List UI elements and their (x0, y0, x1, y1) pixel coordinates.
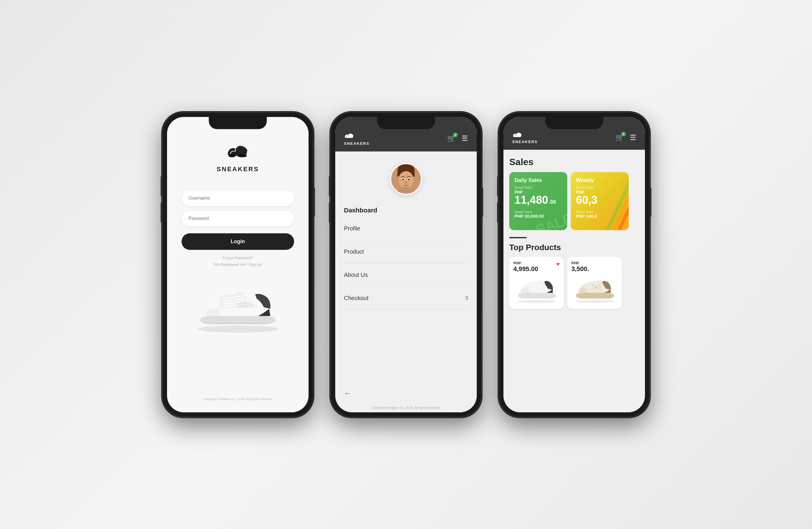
product1-heart-icon[interactable]: ♥ (556, 261, 560, 268)
daily-cents: .00 (549, 199, 556, 205)
cart-icon-wrapper[interactable]: 🛒 0 (447, 134, 456, 142)
sales-title: Sales (509, 157, 639, 168)
user-avatar (390, 163, 422, 195)
login-brand-name: SNEAKERS (217, 166, 259, 173)
drawer-copyright: Copyright Sneakers Inc. 2020. All rights… (335, 403, 477, 412)
top-products-title: Top Products (509, 243, 639, 252)
drawer-back-button[interactable]: ← (335, 383, 477, 403)
register-link[interactable]: Not Registered Yet? Sign Up (214, 262, 262, 267)
dash-menu-icon[interactable]: ☰ (630, 133, 636, 142)
svg-point-16 (517, 300, 556, 303)
product-cards-list: PHP 4,995.00 ♥ (509, 257, 639, 309)
phone-dashboard: SNEAKERS 🛒 0 ☰ Sales (499, 112, 650, 417)
svg-point-13 (402, 178, 404, 180)
login-shoe-image (182, 275, 294, 333)
menu-icon[interactable]: ☰ (462, 134, 468, 142)
svg-rect-15 (403, 187, 409, 193)
sales-divider (509, 237, 527, 238)
login-links: Forgot Password? Not Registered Yet? Sig… (214, 256, 262, 267)
phone-login: SNEAKERS Login Forgot Password? Not Regi… (162, 112, 313, 417)
menu-label-profile: Profile (344, 225, 361, 232)
cart-badge: 0 (453, 133, 458, 137)
daily-sales-title: Daily Sales (514, 177, 562, 183)
login-screen: SNEAKERS Login Forgot Password? Not Regi… (167, 117, 308, 412)
drawer-header-icons: 🛒 0 ☰ (447, 134, 468, 142)
dash-cart-wrapper[interactable]: 🛒 0 (615, 133, 624, 142)
dash-cart-badge: 0 (621, 132, 626, 137)
weekly-sales-card: Weekly Actual Sales PHP 60,3 Target Sale… (571, 172, 629, 230)
menu-item-profile[interactable]: Profile (344, 217, 468, 240)
drawer-sneaker-icon (344, 131, 354, 141)
login-button[interactable]: Login (182, 233, 294, 250)
svg-point-27 (592, 285, 594, 287)
phone-drawer: SNEAKERS 🛒 0 ☰ (331, 112, 481, 417)
menu-item-product[interactable]: Product (344, 240, 468, 263)
card-decoration (600, 178, 629, 230)
forgot-password-link[interactable]: Forgot Password? (222, 256, 253, 260)
login-logo-area: SNEAKERS (217, 143, 259, 173)
daily-amount: 11,480 (514, 195, 548, 205)
back-arrow-icon[interactable]: ← (344, 389, 351, 397)
product-card-2[interactable]: PHP 3,500. (567, 257, 622, 309)
svg-point-21 (575, 300, 614, 303)
svg-point-26 (598, 284, 600, 286)
product2-price: 3,500. (571, 265, 618, 273)
drawer-menu: Profile Product About Us Checkout 3 (335, 217, 477, 383)
scene: SNEAKERS Login Forgot Password? Not Regi… (0, 0, 812, 529)
svg-point-14 (408, 178, 410, 180)
drawer-logo: SNEAKERS (344, 131, 369, 146)
password-input[interactable] (182, 211, 294, 226)
daily-actual-label: Actual Sales (514, 186, 562, 189)
notch (545, 117, 603, 129)
dashboard-screen: SNEAKERS 🛒 0 ☰ Sales (504, 117, 645, 412)
menu-item-checkout[interactable]: Checkout 3 (344, 287, 468, 310)
daily-sales-card: Daily Sales Actual Sales PHP 11,480 .00 … (509, 172, 567, 230)
avatar-section (335, 152, 477, 201)
weekly-amount: 60,3 (576, 195, 597, 205)
product1-price: 4,995.00 (513, 265, 560, 273)
daily-target-label: Target Sales (514, 210, 562, 214)
drawer-brand-name: SNEAKERS (344, 141, 369, 146)
svg-point-0 (229, 154, 235, 157)
username-input[interactable] (182, 190, 294, 206)
menu-label-checkout: Checkout (344, 295, 368, 301)
dashboard-label: Dashboard (335, 201, 477, 217)
menu-item-about[interactable]: About Us (344, 263, 468, 287)
sales-cards: Daily Sales Actual Sales PHP 11,480 .00 … (509, 172, 639, 230)
product1-php: PHP (513, 261, 560, 265)
login-copyright: Copyright Sneakers Inc. 2020. All rights… (203, 394, 273, 404)
sneaker-logo-icon (226, 143, 249, 163)
svg-point-1 (237, 154, 247, 157)
product1-image (513, 276, 560, 305)
dash-logo: SNEAKERS (512, 131, 538, 144)
avatar-face (391, 164, 421, 194)
notch (377, 117, 435, 129)
svg-point-2 (197, 326, 278, 332)
notch (209, 117, 267, 129)
dash-brand-name: SNEAKERS (512, 140, 538, 144)
svg-point-25 (595, 286, 597, 288)
top-products-section: Top Products PHP 4,995.00 ♥ (504, 243, 645, 315)
login-form (182, 190, 294, 226)
product2-php: PHP (571, 261, 618, 265)
product2-image (571, 276, 618, 305)
menu-label-product: Product (344, 248, 364, 255)
product-card-1[interactable]: PHP 4,995.00 ♥ (509, 257, 564, 309)
menu-label-about: About Us (344, 272, 368, 278)
drawer-screen: SNEAKERS 🛒 0 ☰ (335, 117, 477, 412)
dash-header-icons: 🛒 0 ☰ (615, 133, 636, 142)
dash-sneaker-icon (512, 131, 538, 140)
checkout-badge: 3 (465, 295, 468, 301)
sales-section: Sales Daily Sales Actual Sales PHP 11,48… (504, 150, 645, 235)
